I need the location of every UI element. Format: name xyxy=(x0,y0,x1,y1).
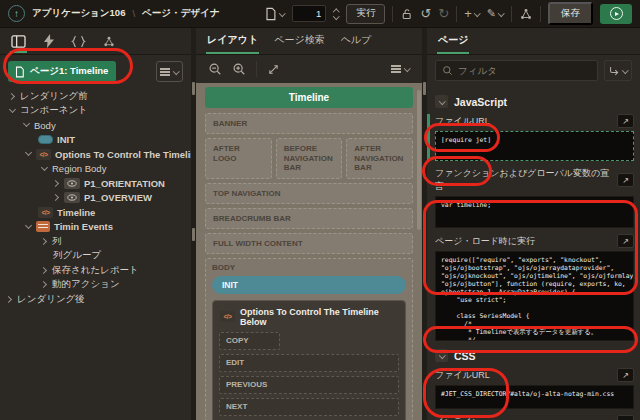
utilities-menu-icon[interactable]: ✎ xyxy=(487,8,504,19)
center-panel-tabs: レイアウト ページ検索 ヘルプ xyxy=(196,28,422,55)
slot-edit[interactable]: EDIT xyxy=(219,354,399,372)
tree-node-pre-rendering[interactable]: レンダリング前 xyxy=(0,89,191,104)
tab-dynamic-actions-icon[interactable] xyxy=(40,30,57,52)
slot-next[interactable]: NEXT xyxy=(219,398,399,416)
slot-breadcrumb-bar[interactable]: BREADCRUMB BAR xyxy=(205,208,413,229)
toolbar-divider xyxy=(256,61,257,77)
back-up-icon[interactable]: ↑ xyxy=(8,5,25,22)
tree-node-body[interactable]: Body xyxy=(0,118,191,133)
tab-processing-icon[interactable] xyxy=(70,30,87,52)
tree-node-saved-reports[interactable]: 保存されたレポート xyxy=(0,263,191,278)
rendering-tree-panel: ページ1: Timeline レンダリング前 コンポーネント Body INIT… xyxy=(0,28,191,420)
breadcrumb-separator: \ xyxy=(132,8,135,19)
layout-menu-button[interactable] xyxy=(391,66,410,72)
tab-help[interactable]: ヘルプ xyxy=(340,27,373,54)
up-arrow-icon: ↑ xyxy=(14,8,19,19)
slot-banner[interactable]: BANNER xyxy=(205,113,413,134)
tree-node-columns[interactable]: 列 xyxy=(0,234,191,249)
eye-icon xyxy=(64,192,80,203)
collapse-icon[interactable] xyxy=(435,349,448,362)
tree-node-region-body[interactable]: Region Body xyxy=(0,162,191,177)
shared-components-icon[interactable] xyxy=(519,7,533,21)
js-declaration-textarea[interactable]: var timeline; xyxy=(435,196,634,228)
tree-node-p1-orientation[interactable]: P1_ORIENTATION xyxy=(0,176,191,191)
splitter-handle[interactable] xyxy=(192,228,195,241)
page-number-input[interactable]: 1 xyxy=(292,5,326,22)
tree-node-init[interactable]: INIT xyxy=(0,133,191,148)
tree-node-p1-overview[interactable]: P1_OVERVIEW xyxy=(0,191,191,206)
panel-splitter-right[interactable] xyxy=(422,28,427,420)
field-js-onload: ページ・ロード時に実行 ↗ require(["require", "expor… xyxy=(435,234,634,341)
timeline-region-button[interactable]: Timeline xyxy=(205,87,413,108)
slot-after-navigation-bar[interactable]: AFTER NAVIGATION BAR xyxy=(346,138,413,179)
field-css-file-url: ファイルURL ↗ #JET_CSS_DIRECTORY#alta/oj-alt… xyxy=(435,368,634,409)
slot-top-navigation[interactable]: TOP NAVIGATION xyxy=(205,183,413,204)
tree-node-timeline[interactable]: </>Timeline xyxy=(0,205,191,220)
tree-node-page-selected[interactable]: ページ1: Timeline xyxy=(8,61,116,82)
splitter-handle[interactable] xyxy=(192,82,195,95)
init-region-pill[interactable]: INIT xyxy=(212,276,406,294)
tree-node-column-groups[interactable]: 列グループ xyxy=(0,249,191,264)
layout-toolbar xyxy=(196,55,422,83)
region-icon xyxy=(38,135,53,144)
layout-panel: レイアウト ページ検索 ヘルプ Timeline BANNER AFTER LO… xyxy=(196,28,422,420)
code-editor-popout-icon[interactable]: ↗ xyxy=(617,173,634,187)
panel-splitter-left[interactable] xyxy=(191,28,196,420)
collapse-icon[interactable] xyxy=(435,95,448,108)
tab-layout[interactable]: レイアウト xyxy=(206,27,259,54)
save-button[interactable]: 保存 xyxy=(548,2,593,25)
tab-shared-components-icon[interactable] xyxy=(100,30,117,52)
tab-rendering-icon[interactable] xyxy=(10,30,27,52)
code-icon: </> xyxy=(220,311,235,322)
tree-node-dynamic-actions[interactable]: 動的アクション xyxy=(0,278,191,293)
lock-icon[interactable] xyxy=(400,7,413,21)
breadcrumb-app[interactable]: アプリケーション106 xyxy=(32,7,125,20)
tab-page-search[interactable]: ページ検索 xyxy=(273,27,325,54)
save-and-run-button[interactable] xyxy=(600,4,632,24)
zoom-in-icon[interactable] xyxy=(232,62,246,76)
filter-input[interactable] xyxy=(458,65,591,76)
page-number-stepper[interactable] xyxy=(333,8,339,20)
code-editor-popout-icon[interactable]: ↗ xyxy=(617,415,634,420)
js-onload-textarea[interactable]: require(["require", "exports", "knockout… xyxy=(435,251,634,341)
tab-page[interactable]: ページ xyxy=(437,28,469,54)
tree-node-components[interactable]: コンポーネント xyxy=(0,104,191,119)
property-groups: JavaScript ファイルURL ↗ [require jet] ファンクシ… xyxy=(427,87,640,420)
filter-input-wrapper xyxy=(435,60,598,81)
code-editor-popout-icon[interactable]: ↗ xyxy=(617,368,634,382)
slot-previous[interactable]: PREVIOUS xyxy=(219,376,399,394)
slot-after-logo[interactable]: AFTER LOGO xyxy=(205,138,272,179)
undo-icon[interactable]: ↺ xyxy=(420,7,431,20)
options-region[interactable]: </> Options To Control The Timeline Belo… xyxy=(212,300,406,420)
splitter-handle[interactable] xyxy=(423,228,426,241)
field-js-file-url: ファイルURL ↗ [require jet] xyxy=(427,114,634,161)
toolbar-divider xyxy=(392,6,393,22)
toolbar-divider xyxy=(511,6,512,22)
css-file-url-textarea[interactable]: #JET_CSS_DIRECTORY#alta/oj-alta-notag-mi… xyxy=(435,385,634,409)
tree-menu-button[interactable] xyxy=(156,61,183,82)
section-javascript[interactable]: JavaScript xyxy=(435,95,634,108)
zoom-out-icon[interactable] xyxy=(208,62,222,76)
tree-node-options-region[interactable]: </>Options To Control The Timeline Below xyxy=(0,147,191,162)
code-icon: </> xyxy=(36,149,51,160)
page-select-icon[interactable] xyxy=(264,7,285,21)
goto-component-button[interactable] xyxy=(604,60,632,81)
slot-body[interactable]: BODY INIT </> Options To Control The Tim… xyxy=(205,258,413,420)
slot-before-navigation-bar[interactable]: BEFORE NAVIGATION BAR xyxy=(276,138,343,179)
tree-node-post-rendering[interactable]: レンダリング後 xyxy=(0,292,191,307)
create-menu-icon[interactable]: + xyxy=(464,7,480,20)
options-region-title: Options To Control The Timeline Below xyxy=(240,307,399,327)
code-editor-popout-icon[interactable]: ↗ xyxy=(617,114,634,128)
run-page-button[interactable]: 実行 xyxy=(346,4,385,24)
js-file-url-textarea[interactable]: [require jet] xyxy=(435,131,634,161)
expand-icon[interactable] xyxy=(267,63,280,76)
section-css[interactable]: CSS xyxy=(435,349,634,362)
code-editor-popout-icon[interactable]: ↗ xyxy=(617,234,634,248)
canvas-scrollbar[interactable] xyxy=(417,90,421,230)
slot-copy[interactable]: COPY xyxy=(219,332,280,350)
tree-node-timin-events[interactable]: Timin Events xyxy=(0,220,191,235)
layout-canvas: Timeline BANNER AFTER LOGO BEFORE NAVIGA… xyxy=(196,83,422,420)
splitter-handle[interactable] xyxy=(423,82,426,95)
chevron-down-icon xyxy=(173,69,179,75)
slot-full-width-content[interactable]: FULL WIDTH CONTENT xyxy=(205,233,413,254)
